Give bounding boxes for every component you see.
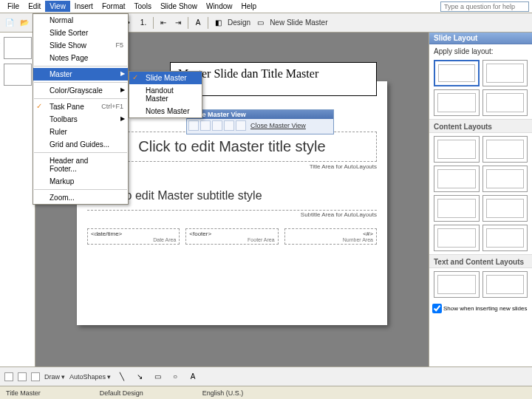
- menu-master[interactable]: Master▶: [33, 68, 128, 81]
- chevron-right-icon: ▶: [120, 115, 125, 122]
- status-slide: Title Master: [6, 389, 41, 397]
- design-button[interactable]: Design: [226, 18, 252, 27]
- view-normal-icon[interactable]: [4, 372, 13, 381]
- arrow-icon[interactable]: ↘: [133, 370, 146, 383]
- layout-tile[interactable]: [482, 136, 528, 163]
- rename-master-icon[interactable]: [212, 120, 222, 131]
- submenu-notes-master[interactable]: Notes Master: [129, 105, 202, 117]
- menu-window[interactable]: Window: [202, 1, 237, 12]
- menu-slide-sorter[interactable]: Slide Sorter: [33, 27, 128, 39]
- menu-markup[interactable]: Markup: [33, 175, 128, 188]
- view-dropdown: Normal Slide Sorter Slide ShowF5 Notes P…: [33, 13, 129, 205]
- menu-format[interactable]: Format: [98, 1, 130, 12]
- footer-placeholder[interactable]: <footer> Footer Area: [185, 228, 278, 245]
- layout-tile[interactable]: [434, 225, 480, 251]
- design-icon[interactable]: ◧: [211, 16, 225, 30]
- layout-tile[interactable]: [482, 60, 528, 86]
- layout-tile[interactable]: [434, 89, 480, 116]
- thumbnail-panel: 1 2: [0, 33, 35, 366]
- chevron-right-icon: ▶: [120, 86, 125, 93]
- menu-help[interactable]: Help: [237, 1, 262, 12]
- new-slide-icon[interactable]: ▭: [253, 16, 267, 30]
- layout-tile[interactable]: [434, 136, 480, 163]
- submenu-handout-master[interactable]: Handout Master: [129, 84, 202, 105]
- line-icon[interactable]: ╲: [115, 370, 129, 383]
- master-subtitle-placeholder[interactable]: Click to edit Master subtitle style: [87, 183, 377, 208]
- chevron-right-icon: ▶: [120, 70, 125, 77]
- master-title-placeholder[interactable]: Click to edit Master title style: [87, 132, 377, 162]
- menu-file[interactable]: File: [3, 1, 24, 12]
- check-icon: ✓: [36, 102, 42, 110]
- menu-tools[interactable]: Tools: [130, 1, 156, 12]
- menu-normal[interactable]: Normal: [33, 14, 128, 27]
- task-pane: Slide Layout Apply slide layout: Content…: [429, 33, 532, 366]
- menu-bar: File Edit View Insert Format Tools Slide…: [0, 0, 532, 13]
- text-content-layouts-section: Text and Content Layouts: [429, 254, 532, 268]
- master-submenu: ✓Slide Master Handout Master Notes Maste…: [129, 71, 202, 118]
- menu-slideshow[interactable]: Slide Show: [156, 1, 202, 12]
- slide-thumbnail[interactable]: 1: [4, 37, 32, 59]
- menu-notes-page[interactable]: Notes Page: [33, 52, 128, 64]
- delete-master-icon[interactable]: [200, 120, 211, 131]
- preserve-master-icon[interactable]: [224, 120, 234, 131]
- check-icon: ✓: [132, 73, 138, 81]
- subtitle-area-label: Subtitle Area for AutoLayouts: [87, 210, 377, 218]
- textbox-icon[interactable]: A: [186, 370, 200, 383]
- layout-tile[interactable]: [434, 60, 480, 86]
- menu-ruler[interactable]: Ruler: [33, 126, 128, 138]
- layout-tile[interactable]: [482, 271, 528, 298]
- menu-task-pane[interactable]: ✓Task PaneCtrl+F1: [33, 100, 128, 113]
- layout-tile[interactable]: [434, 195, 480, 222]
- content-layouts-section: Content Layouts: [429, 119, 532, 133]
- drawing-toolbar: Draw ▾ AutoShapes ▾ ╲ ↘ ▭ ○ A: [0, 366, 532, 386]
- insert-master-icon[interactable]: [188, 120, 199, 131]
- show-when-inserting-checkbox[interactable]: Show when inserting new slides: [429, 301, 532, 316]
- layout-tile[interactable]: [482, 89, 528, 116]
- layout-tile[interactable]: [482, 195, 528, 222]
- oval-icon[interactable]: ○: [168, 370, 182, 383]
- title-area-label: Title Area for AutoLayouts: [87, 163, 377, 170]
- draw-menu[interactable]: Draw ▾: [44, 373, 65, 381]
- new-icon[interactable]: 📄: [3, 16, 16, 30]
- view-sorter-icon[interactable]: [18, 372, 27, 381]
- menu-grid-guides[interactable]: Grid and Guides...: [33, 138, 128, 151]
- menu-view[interactable]: View: [45, 1, 70, 12]
- status-design: Default Design: [100, 389, 143, 397]
- menu-toolbars[interactable]: Toolbars▶: [33, 113, 128, 126]
- new-slide-master-button[interactable]: New Slide Master: [268, 18, 329, 27]
- numbering-icon[interactable]: 1.: [137, 16, 150, 30]
- menu-edit[interactable]: Edit: [24, 1, 45, 12]
- menu-slideshow[interactable]: Slide ShowF5: [33, 39, 128, 52]
- submenu-slide-master[interactable]: ✓Slide Master: [129, 72, 202, 84]
- autoshapes-menu[interactable]: AutoShapes ▾: [69, 373, 111, 381]
- task-pane-title[interactable]: Slide Layout: [429, 33, 532, 44]
- layout-tile[interactable]: [482, 166, 528, 192]
- indent-decrease-icon[interactable]: ⇤: [157, 16, 170, 30]
- status-bar: Title Master Default Design English (U.S…: [0, 386, 532, 399]
- master-layout-icon[interactable]: [236, 120, 246, 131]
- layout-tile[interactable]: [434, 271, 480, 298]
- font-color-icon[interactable]: A: [191, 16, 205, 30]
- slide-thumbnail[interactable]: 2: [4, 64, 32, 86]
- slide-master-view-toolbar[interactable]: Slide Master View Close Master View: [186, 109, 334, 134]
- layout-tile[interactable]: [434, 166, 480, 192]
- view-show-icon[interactable]: [31, 372, 40, 381]
- indent-increase-icon[interactable]: ⇥: [171, 16, 185, 30]
- date-placeholder[interactable]: <date/time> Date Area: [87, 228, 180, 245]
- close-master-view-button[interactable]: Close Master View: [250, 122, 306, 129]
- open-icon[interactable]: 📂: [18, 16, 31, 30]
- menu-header-footer[interactable]: Header and Footer...: [33, 154, 128, 175]
- apply-layout-label: Apply slide layout:: [429, 44, 532, 57]
- rectangle-icon[interactable]: ▭: [151, 370, 164, 383]
- status-language: English (U.S.): [202, 389, 244, 397]
- menu-color-grayscale[interactable]: Color/Grayscale▶: [33, 84, 128, 97]
- checkbox-icon[interactable]: [432, 304, 442, 313]
- number-placeholder[interactable]: <#> Number Area: [284, 228, 377, 245]
- menu-zoom[interactable]: Zoom...: [33, 191, 128, 204]
- help-search-input[interactable]: [440, 1, 529, 12]
- toolbar-title[interactable]: Slide Master View: [187, 110, 333, 119]
- layout-tile[interactable]: [482, 225, 528, 251]
- menu-insert[interactable]: Insert: [70, 1, 98, 12]
